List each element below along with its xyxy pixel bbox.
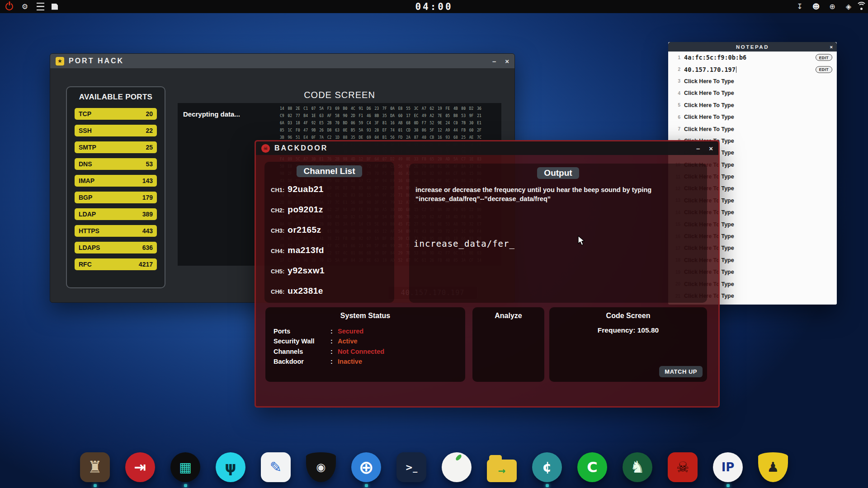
malware-chip-app-icon[interactable]: ☠ xyxy=(668,452,698,482)
channel-code: ux2381e xyxy=(288,286,323,296)
dock-item: ¢ xyxy=(532,452,562,487)
signal-antenna-app-icon[interactable]: ψ xyxy=(216,452,245,482)
notepad-line[interactable]: 4 Click Here To Type xyxy=(668,87,837,99)
channel-row[interactable]: CH2: po9201z xyxy=(271,205,394,216)
notepad-line[interactable]: 2 40.157.170.197 EDIT xyxy=(668,63,837,75)
minimize-button[interactable]: – xyxy=(696,145,700,152)
antivirus-app-icon[interactable]: C xyxy=(577,452,607,482)
line-text[interactable]: 40.157.170.197 xyxy=(684,66,736,73)
port-button[interactable]: BGP 179 xyxy=(75,192,157,203)
power-icon[interactable] xyxy=(5,3,13,10)
notepad-title: NOTEPAD xyxy=(736,44,769,50)
line-text[interactable]: 4a:fc:5c:f9:0b:b6 xyxy=(684,54,746,61)
analyze-panel[interactable]: Analyze xyxy=(472,307,544,382)
status-colon: : xyxy=(330,357,338,366)
dock-item: ψ xyxy=(216,452,245,487)
donation-hand-app-icon[interactable]: ¢ xyxy=(532,452,562,482)
dock-item: >_ xyxy=(396,452,426,487)
channel-row[interactable]: CH3: or2165z xyxy=(271,225,394,237)
notepad-line[interactable]: 7 Click Here To Type xyxy=(668,123,837,135)
fortress-app-icon[interactable]: ♜ xyxy=(80,452,110,482)
channel-code: po9201z xyxy=(288,205,323,215)
save-icon[interactable] xyxy=(52,4,58,10)
port-hack-titlebar[interactable]: ★ PORT HACK – × xyxy=(50,54,514,68)
close-button[interactable]: × xyxy=(830,44,833,50)
channel-row[interactable]: CH1: 92uab21 xyxy=(271,184,394,196)
hex-code-line: 85 1C F0 47 9B 26 D8 63 0E B5 5A 93 28 E… xyxy=(280,127,499,134)
dock-icon-glyph: ⇥ xyxy=(134,460,146,474)
port-button[interactable]: LDAP 389 xyxy=(75,208,157,220)
channel-label: CH3: xyxy=(271,227,284,234)
backdoor-titlebar[interactable]: ☠ BACKDOOR – × xyxy=(256,141,718,155)
ports-list: TCP 20 SSH 22 SMTP 25 DNS 53 xyxy=(75,108,157,270)
port-number: 22 xyxy=(146,127,153,134)
close-button[interactable]: × xyxy=(709,145,713,152)
port-button[interactable]: DNS 53 xyxy=(75,158,157,170)
channel-row[interactable]: CH6: ux2381e xyxy=(271,286,394,298)
notepad-line[interactable]: 6 Click Here To Type xyxy=(668,111,837,123)
channel-label: CH2: xyxy=(271,207,284,214)
status-value: Secured xyxy=(338,326,363,336)
wifi-icon[interactable] xyxy=(860,8,863,10)
status-value: Not Connected xyxy=(338,347,384,357)
dock-item: ♟ xyxy=(758,452,788,487)
minimize-button[interactable]: – xyxy=(492,58,496,65)
line-text[interactable]: Click Here To Type xyxy=(684,126,734,132)
code-screen-panel: Code Screen Frequency: 105.80 MATCH UP xyxy=(549,307,707,382)
download-icon[interactable]: ↧ xyxy=(795,2,804,11)
backdoor-logo-icon: ☠ xyxy=(261,144,270,153)
output-panel: Output increase or decrease the frequenc… xyxy=(409,164,707,303)
line-text[interactable]: Click Here To Type xyxy=(684,114,734,120)
exit-door-app-icon[interactable]: ⇥ xyxy=(125,452,155,482)
dock-icon-glyph: ψ xyxy=(225,460,236,474)
folder-app-icon[interactable]: → xyxy=(487,460,517,482)
port-button[interactable]: RFC 4217 xyxy=(75,258,157,270)
notepad-titlebar[interactable]: NOTEPAD × xyxy=(668,42,837,52)
owl-shield-app-icon[interactable]: ◉ xyxy=(306,452,336,482)
backdoor-logo-glyph: ☠ xyxy=(263,145,268,151)
user-icon[interactable]: ☻ xyxy=(811,2,821,11)
notepad-line[interactable]: 1 4a:fc:5c:f9:0b:b6 EDIT xyxy=(668,52,837,63)
dock-icon-glyph: >_ xyxy=(406,463,418,472)
circuit-app-icon[interactable]: ▦ xyxy=(170,452,200,482)
notepad-line[interactable]: 3 Click Here To Type xyxy=(668,75,837,87)
backdoor-title: BACKDOOR xyxy=(274,144,328,152)
port-button[interactable]: IMAP 143 xyxy=(75,175,157,187)
command-input[interactable]: increase_data/fer_ xyxy=(414,239,515,249)
port-button[interactable]: SSH 22 xyxy=(75,125,157,136)
status-label: Backdoor xyxy=(274,357,330,366)
ip-lookup-app-icon[interactable]: IP xyxy=(713,452,743,482)
channel-row[interactable]: CH5: y92sxw1 xyxy=(271,266,394,277)
channel-row[interactable]: CH4: ma213fd xyxy=(271,245,394,257)
port-button[interactable]: LDAPS 636 xyxy=(75,242,157,253)
notepad-line[interactable]: 5 Click Here To Type xyxy=(668,99,837,111)
notes-app-icon[interactable]: ✎ xyxy=(261,452,291,482)
settings-gear-icon[interactable]: ⚙ xyxy=(20,2,29,11)
network-globe-icon[interactable]: ⊕ xyxy=(828,2,837,11)
menu-icon[interactable] xyxy=(37,3,44,10)
port-number: 20 xyxy=(146,110,153,117)
dock-icon-glyph: C xyxy=(587,460,597,474)
decrypting-status-text: Decrypting data... xyxy=(183,110,240,118)
match-up-button[interactable]: MATCH UP xyxy=(659,366,703,377)
line-text[interactable]: Click Here To Type xyxy=(684,78,734,84)
edit-button[interactable]: EDIT xyxy=(816,54,832,61)
knight-app-icon[interactable]: ♞ xyxy=(623,452,652,482)
dock-item: ⇥ xyxy=(125,452,155,487)
apple-app-icon[interactable] xyxy=(442,452,472,482)
analyze-title: Analyze xyxy=(472,312,544,320)
browser-globe-app-icon[interactable]: ⊕ xyxy=(351,452,381,482)
shield-icon[interactable]: ◈ xyxy=(844,2,853,11)
line-number: 4 xyxy=(674,91,680,96)
edit-button[interactable]: EDIT xyxy=(816,66,832,73)
port-button[interactable]: SMTP 25 xyxy=(75,141,157,153)
port-hack-title: PORT HACK xyxy=(69,57,124,65)
close-button[interactable]: × xyxy=(505,58,509,65)
terminal-app-icon[interactable]: >_ xyxy=(396,452,426,482)
port-button[interactable]: TCP 20 xyxy=(75,108,157,120)
spy-shield-app-icon[interactable]: ♟ xyxy=(758,452,788,482)
line-text[interactable]: Click Here To Type xyxy=(684,102,734,108)
line-text[interactable]: Click Here To Type xyxy=(684,90,734,96)
channel-label: CH6: xyxy=(271,288,284,295)
port-button[interactable]: HTTPS 443 xyxy=(75,225,157,237)
